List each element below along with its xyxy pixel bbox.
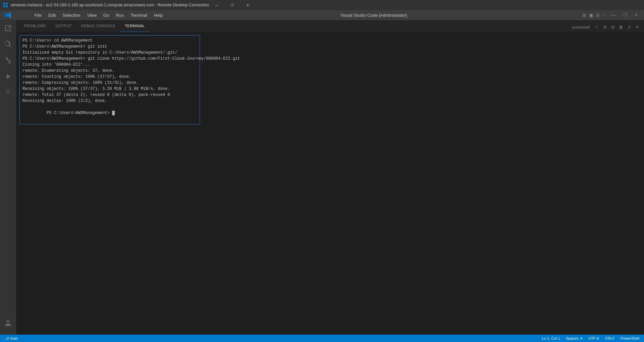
spaces-text: Spaces: 4 xyxy=(566,336,583,340)
window-title: Visual Studio Code [Administrator] xyxy=(341,13,407,18)
status-encoding[interactable]: UTF-8 xyxy=(587,336,600,340)
terminal-line-10: remote: Total 37 (delta 2), reused 0 (de… xyxy=(22,92,197,98)
activity-search[interactable] xyxy=(0,36,16,52)
terminal-views-button[interactable]: ⊟ xyxy=(609,24,616,30)
activity-account[interactable] xyxy=(0,315,16,331)
menubar: File Edit Selection View Go Run Terminal… xyxy=(0,10,644,20)
status-branch[interactable]: ⎇ main xyxy=(3,336,19,341)
vscode-layout: PROBLEMS OUTPUT DEBUG CONSOLE TERMINAL p… xyxy=(0,20,644,335)
status-ln-col[interactable]: Ln 1, Col 1 xyxy=(541,336,561,340)
statusbar: ⎇ main Ln 1, Col 1 Spaces: 4 UTF-8 CRLF … xyxy=(0,335,644,342)
branch-icon: ⎇ xyxy=(5,336,9,341)
terminal-line-8: remote: Compressing objects: 100% (31/31… xyxy=(22,80,197,86)
branch-name: main xyxy=(10,336,18,340)
terminal-line-6: remote: Enumerating objects: 37, done. xyxy=(22,68,197,74)
tab-debug-console[interactable]: DEBUG CONSOLE xyxy=(76,20,120,32)
sidebar-icon[interactable]: ▣ xyxy=(588,12,594,18)
terminal-line-4: PS C:\Users\AWSManagement> git clone htt… xyxy=(22,56,197,62)
activity-extensions[interactable] xyxy=(0,84,16,101)
activity-bar xyxy=(0,20,16,335)
tab-output[interactable]: OUTPUT xyxy=(51,20,76,32)
terminal-line-11: Resolving deltas: 100% (2/2), done. xyxy=(22,98,197,104)
terminal-line-2: PS C:\Users\AWSManagement> git init xyxy=(22,44,197,50)
layout-icon[interactable]: ⊞ xyxy=(582,12,587,18)
maximize-panel-button[interactable]: ∧ xyxy=(626,24,633,30)
status-language[interactable]: PowerShell xyxy=(619,336,641,340)
minimize-button[interactable]: — xyxy=(209,0,225,10)
status-eol[interactable]: CRLF xyxy=(604,336,616,340)
menu-go[interactable]: Go xyxy=(100,10,112,20)
vscode-restore-button[interactable]: ❐ xyxy=(620,11,630,19)
app-icon xyxy=(3,2,8,8)
kill-terminal-button[interactable]: 🗑 xyxy=(617,24,625,30)
tab-terminal[interactable]: TERMINAL xyxy=(120,20,150,32)
main-content: PROBLEMS OUTPUT DEBUG CONSOLE TERMINAL p… xyxy=(16,20,644,335)
svg-rect-2 xyxy=(3,5,5,7)
statusbar-right: Ln 1, Col 1 Spaces: 4 UTF-8 CRLF PowerSh… xyxy=(541,336,641,340)
menu-help[interactable]: Help xyxy=(150,10,166,20)
add-terminal-button[interactable]: ＋ xyxy=(593,23,600,31)
vscode-minimize-button[interactable]: — xyxy=(608,11,618,19)
svg-rect-1 xyxy=(6,3,8,5)
svg-rect-0 xyxy=(3,3,5,5)
terminal-cursor xyxy=(112,111,115,115)
terminal-line-5: Cloning into '000004-EC2'... xyxy=(22,62,197,68)
eol-text: CRLF xyxy=(605,336,615,340)
activity-explorer[interactable] xyxy=(0,20,16,36)
split-terminal-button[interactable]: ⧉ xyxy=(602,24,608,30)
menu-file[interactable]: File xyxy=(31,10,45,20)
svg-rect-3 xyxy=(6,5,8,7)
more-icon[interactable]: ⋯ xyxy=(602,12,607,18)
activity-run-debug[interactable] xyxy=(0,68,16,84)
vscode-close-button[interactable]: ✕ xyxy=(631,11,641,19)
statusbar-left: ⎇ main xyxy=(3,336,19,341)
titlebar-controls: — ❐ ✕ xyxy=(209,0,255,10)
close-panel-button[interactable]: ✕ xyxy=(634,24,641,30)
maximize-button[interactable]: ❐ xyxy=(225,0,240,10)
close-button[interactable]: ✕ xyxy=(240,0,255,10)
titlebar: windows-instance - ec2-54-169-2-180.ap-s… xyxy=(0,0,644,10)
panel-toolbar: powershell ＋ ⧉ ⊟ 🗑 ∧ ✕ xyxy=(570,23,641,32)
menu-edit[interactable]: Edit xyxy=(45,10,59,20)
menu-run[interactable]: Run xyxy=(112,10,127,20)
activity-source-control[interactable] xyxy=(0,52,16,68)
status-spaces[interactable]: Spaces: 4 xyxy=(565,336,584,340)
terminal-line-1: PS C:\Users> cd AWSManagement xyxy=(22,38,197,44)
encoding-text: UTF-8 xyxy=(588,336,599,340)
terminal-box[interactable]: PS C:\Users> cd AWSManagement PS C:\User… xyxy=(19,35,200,124)
titlebar-text: windows-instance - ec2-54-169-2-180.ap-s… xyxy=(11,3,209,7)
menu-terminal[interactable]: Terminal xyxy=(127,10,150,20)
ln-col-text: Ln 1, Col 1 xyxy=(542,336,560,340)
terminal-container[interactable]: PS C:\Users> cd AWSManagement PS C:\User… xyxy=(16,32,644,335)
panel-icon[interactable]: ⊟ xyxy=(595,12,600,18)
terminal-line-3: Initialized empty Git repository in C:/U… xyxy=(22,50,197,56)
terminal-line-12: PS C:\Users\AWSManagement> xyxy=(22,104,197,122)
menu-selection[interactable]: Selection xyxy=(59,10,84,20)
terminal-line-7: remote: Counting objects: 100% (37/37), … xyxy=(22,74,197,80)
terminal-line-9: Receiving objects: 100% (37/37), 3.28 Mi… xyxy=(22,86,197,92)
language-text: PowerShell xyxy=(621,336,639,340)
panel-tabs: PROBLEMS OUTPUT DEBUG CONSOLE TERMINAL p… xyxy=(16,20,644,32)
tab-problems[interactable]: PROBLEMS xyxy=(19,20,51,32)
menu-view[interactable]: View xyxy=(84,10,100,20)
powershell-label: powershell xyxy=(570,24,592,30)
